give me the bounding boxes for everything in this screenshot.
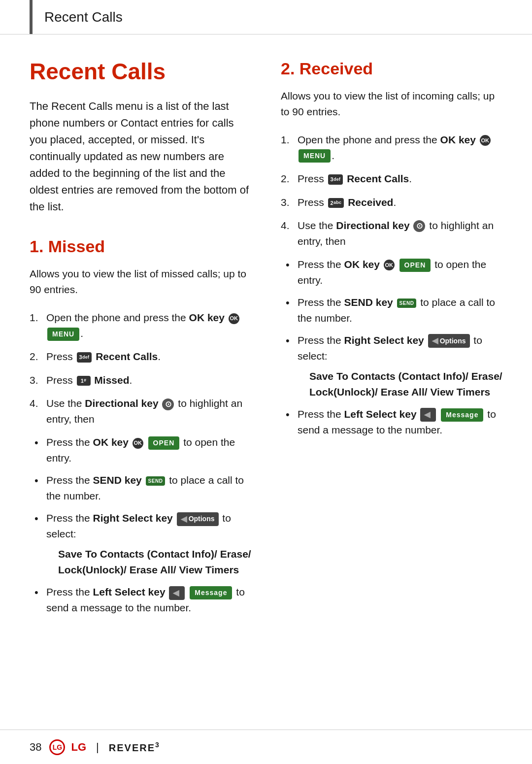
options-badge-left: ◀Options: [177, 512, 219, 526]
section-received-title: 2. Received: [281, 59, 502, 78]
intro-text: The Recent Calls menu is a list of the l…: [30, 98, 251, 216]
missed-step-1: 1. Open the phone and press the OK key O…: [30, 310, 251, 341]
section-received: 2. Received Allows you to view the list …: [281, 59, 502, 437]
message-badge-r: Message: [441, 408, 483, 422]
missed-steps-list: 1. Open the phone and press the OK key O…: [30, 310, 251, 427]
received-bullets: Press the OK key OK OPEN to open the ent…: [286, 257, 502, 437]
open-badge-r: OPEN: [399, 259, 431, 272]
missed-bullet-4: Press the Left Select key ◀ Message to s…: [34, 584, 251, 615]
open-badge: OPEN: [148, 436, 180, 450]
send-key-icon-r: SEND: [397, 299, 417, 308]
lg-circle-logo: LG: [49, 739, 65, 755]
left-select-badge-r: ◀: [420, 408, 436, 422]
received-bullet-4: Press the Left Select key ◀ Message to s…: [286, 406, 502, 437]
header-accent-bar: [30, 0, 33, 34]
received-bullet-2: Press the SEND key SEND to place a call …: [286, 295, 502, 326]
left-column: Recent Calls The Recent Calls menu is a …: [30, 59, 251, 622]
received-bullet-3: Press the Right Select key ◀Options to s…: [286, 332, 502, 399]
missed-bullet-3: Press the Right Select key ◀Options to s…: [34, 510, 251, 577]
ok-key-icon-2: OK: [133, 438, 143, 449]
missed-bullets: Press the OK key OK OPEN to open the ent…: [34, 434, 251, 615]
num1-badge: 1#: [77, 376, 91, 386]
footer-model-super: 3: [155, 741, 160, 749]
dir-key-icon-r: ⊙: [413, 220, 425, 232]
ok-key-icon-r1: OK: [480, 135, 491, 146]
received-step-4: 4. Use the Directional key ⊙ to highligh…: [281, 218, 502, 249]
send-key-icon: SEND: [146, 476, 166, 486]
received-sub-bold: Save To Contacts (Contact Info)/ Erase/ …: [298, 368, 502, 399]
received-step-2: 2. Press 3def Recent Calls.: [281, 171, 502, 187]
received-step-3: 3. Press 2abc Received.: [281, 195, 502, 210]
received-bullet-1: Press the OK key OK OPEN to open the ent…: [286, 257, 502, 288]
missed-bullet-1: Press the OK key OK OPEN to open the ent…: [34, 434, 251, 465]
missed-step-2: 2. Press 3def Recent Calls.: [30, 349, 251, 365]
missed-step-3: 3. Press 1# Missed.: [30, 372, 251, 388]
num3-badge: 3def: [77, 352, 92, 363]
received-step-1: 1. Open the phone and press the OK key O…: [281, 132, 502, 163]
message-badge-left: ◀: [169, 586, 185, 600]
section-missed-desc: Allows you to view the list of missed ca…: [30, 266, 251, 297]
page-main-title: Recent Calls: [30, 59, 251, 84]
page-header: Recent Calls: [0, 0, 532, 34]
received-steps-list: 1. Open the phone and press the OK key O…: [281, 132, 502, 249]
footer-separator: |: [96, 741, 99, 754]
num3-badge-r: 3def: [328, 174, 343, 185]
header-title: Recent Calls: [44, 0, 123, 34]
section-received-desc: Allows you to view the list of incoming …: [281, 88, 502, 119]
missed-sub-bold: Save To Contacts (Contact Info)/ Erase/ …: [46, 546, 251, 577]
footer-page-number: 38: [30, 741, 41, 754]
message-badge: Message: [190, 586, 232, 599]
num2-badge-r: 2abc: [328, 198, 344, 208]
missed-bullet-2: Press the SEND key SEND to place a call …: [34, 472, 251, 503]
menu-badge-r: MENU: [299, 149, 331, 163]
page-footer: 38 LG LG | REVERE3: [0, 730, 532, 764]
main-content: Recent Calls The Recent Calls menu is a …: [0, 34, 532, 662]
right-column: 2. Received Allows you to view the list …: [281, 59, 502, 622]
lg-brand-text: LG: [71, 741, 86, 754]
missed-step-4: 4. Use the Directional key ⊙ to highligh…: [30, 396, 251, 427]
footer-logo: LG LG: [49, 739, 86, 755]
options-badge-r: ◀Options: [428, 334, 470, 348]
dir-key-icon: ⊙: [162, 399, 174, 410]
section-missed: 1. Missed Allows you to view the list of…: [30, 237, 251, 615]
menu-badge: MENU: [47, 328, 79, 341]
section-missed-title: 1. Missed: [30, 237, 251, 256]
ok-key-icon: OK: [229, 313, 239, 324]
ok-key-icon-r2: OK: [384, 260, 395, 270]
footer-model: REVERE3: [109, 741, 160, 754]
